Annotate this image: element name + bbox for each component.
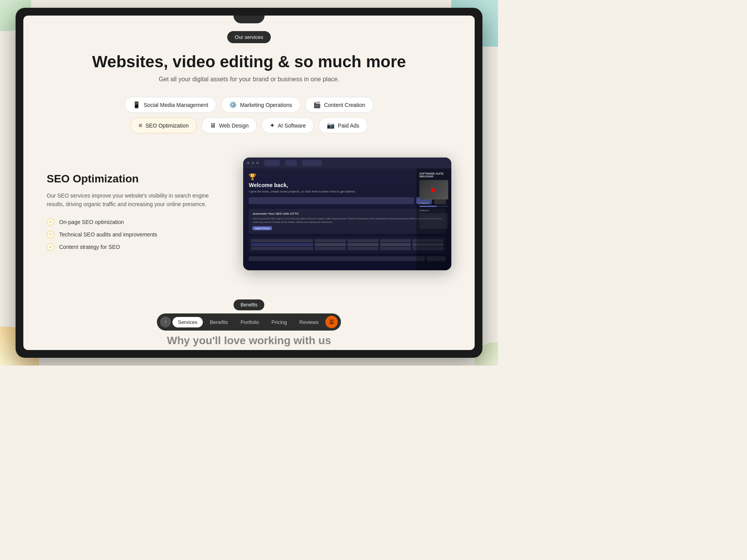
table-cell	[315, 243, 346, 246]
services-badge: Our services	[47, 31, 451, 52]
tab-ai-software[interactable]: ✦ AI Software	[261, 117, 314, 133]
tab-ai-software-label: AI Software	[278, 122, 306, 129]
bottom-nav: ↑ Services Benefits Portfolio Pricing Re…	[157, 313, 341, 331]
dot-3	[256, 162, 259, 164]
progress-fill	[419, 206, 437, 207]
dot-1	[247, 162, 249, 164]
table-cell	[315, 247, 346, 250]
list-icon: ≡	[139, 122, 142, 129]
laptop-frame: Our services Websites, video editing & s…	[16, 8, 482, 358]
url-input	[249, 256, 425, 261]
tab-indicator-3	[302, 160, 322, 166]
top-nav-hint	[233, 16, 265, 23]
main-content-area: Our services Websites, video editing & s…	[23, 16, 475, 146]
table-data-row-1	[251, 243, 444, 246]
sidebar-label-2: Features	[419, 209, 448, 212]
dot-2	[252, 162, 254, 164]
feature-text-3: Content strategy for SEO	[59, 244, 120, 250]
services-badge-label: Our services	[227, 31, 271, 43]
tab-paid-ads-label: Paid Ads	[338, 122, 359, 129]
sidebar-title: SOFTWARE SUITE WALKHAR	[419, 172, 448, 178]
table-cell	[251, 247, 313, 250]
dashboard-search-input	[249, 197, 414, 204]
tab-marketing-ops-label: Marketing Operations	[240, 102, 292, 108]
service-title: SEO Optimization	[47, 173, 220, 185]
table-cell	[380, 243, 411, 246]
bottom-nav-area: Benefits ↑ Services Benefits Portfolio P…	[157, 299, 341, 331]
feature-item-1: ✓ On-page SEO optimization	[47, 218, 220, 226]
nav-link-pricing[interactable]: Pricing	[266, 317, 293, 327]
laptop-screen: Our services Websites, video editing & s…	[23, 16, 475, 350]
tab-seo-label: SEO Optimization	[146, 122, 189, 129]
tab-paid-ads[interactable]: 📷 Paid Ads	[319, 117, 367, 133]
nav-up-button[interactable]: ↑	[160, 317, 171, 327]
service-preview: 🏆 Welcome back, I give the tools, create…	[243, 158, 451, 270]
tab-web-design-label: Web Design	[219, 122, 249, 129]
youtube-thumbnail: ▶	[419, 180, 448, 200]
benefits-badge: Benefits	[233, 299, 264, 310]
page-subtitle: Get all your digital assets for your bra…	[47, 76, 451, 83]
table-cell	[251, 243, 313, 246]
table-cell	[347, 243, 379, 246]
tab-marketing-operations[interactable]: ⚙️ Marketing Operations	[221, 97, 300, 113]
dashboard-sidebar: SOFTWARE SUITE WALKHAR ▶ Progress Featur…	[416, 168, 451, 270]
monitor-icon: 🖥	[210, 122, 216, 129]
tab-social-media[interactable]: 📱 Social Media Management	[124, 97, 216, 113]
nav-link-benefits[interactable]: Benefits	[204, 317, 233, 327]
page-title: Websites, video editing & so much more	[47, 52, 451, 71]
table-cell	[251, 239, 313, 242]
feature-text-2: Technical SEO audits and improvements	[59, 231, 157, 238]
feature-item-3: ✓ Content strategy for SEO	[47, 243, 220, 251]
table-cell	[380, 247, 411, 250]
table-cell	[315, 239, 346, 242]
service-tabs-row-1: 📱 Social Media Management ⚙️ Marketing O…	[47, 97, 451, 113]
service-tabs-row-2: ≡ SEO Optimization 🖥 Web Design ✦ AI Sof…	[47, 117, 451, 133]
nav-link-portfolio[interactable]: Portfolio	[235, 317, 265, 327]
up-arrow-icon: ↑	[164, 319, 167, 325]
phone-icon: 📱	[133, 101, 140, 108]
camera2-icon: 📷	[327, 122, 335, 129]
sidebar-features-block	[419, 213, 448, 229]
dashboard-topbar	[243, 158, 451, 168]
table-cell	[347, 247, 379, 250]
feature-text-1: On-page SEO optimization	[59, 219, 124, 225]
gear-icon: ⚙️	[229, 101, 237, 108]
feature-list: ✓ On-page SEO optimization ✓ Technical S…	[47, 218, 220, 251]
nav-menu-button[interactable]: ☰	[326, 316, 338, 328]
seo-card-text: Add our powerful SEO Agent to your site …	[253, 217, 442, 224]
tab-web-design[interactable]: 🖥 Web Design	[202, 117, 257, 133]
tab-seo-optimization[interactable]: ≡ SEO Optimization	[130, 117, 197, 133]
sidebar-label-1: Progress	[419, 202, 448, 204]
tab-indicator-2	[285, 160, 297, 166]
camera-icon: 🎬	[313, 101, 321, 108]
tab-content-creation[interactable]: 🎬 Content Creation	[305, 97, 374, 113]
table-cell	[380, 239, 411, 242]
check-icon-2: ✓	[47, 231, 54, 238]
tab-content-creation-label: Content Creation	[324, 102, 365, 108]
next-section-text: Why you'll love working with us	[167, 334, 331, 346]
feature-item-2: ✓ Technical SEO audits and improvements	[47, 231, 220, 238]
tab-social-media-label: Social Media Management	[144, 102, 208, 108]
seo-card-title: Automate Your SEO with OTTO	[253, 212, 442, 215]
active-service-section: SEO Optimization Our SEO services improv…	[23, 146, 475, 282]
sparkle-icon: ✦	[270, 122, 275, 129]
dashboard-mockup: 🏆 Welcome back, I give the tools, create…	[243, 158, 451, 270]
check-icon-1: ✓	[47, 218, 54, 226]
youtube-icon: ▶	[431, 186, 437, 194]
service-description: Our SEO services improve your website's …	[47, 191, 220, 209]
nav-link-services[interactable]: Services	[172, 317, 203, 327]
tab-indicator	[264, 160, 280, 166]
hamburger-icon: ☰	[329, 319, 334, 325]
check-icon-3: ✓	[47, 243, 54, 251]
table-data-row-2	[251, 247, 444, 250]
nav-link-reviews[interactable]: Reviews	[294, 317, 324, 327]
table-header-row	[251, 239, 444, 242]
service-description-panel: SEO Optimization Our SEO services improv…	[47, 173, 220, 256]
seo-card-button: Apply Preview	[253, 226, 272, 230]
progress-bar	[419, 206, 448, 207]
table-cell	[347, 239, 379, 242]
next-section-preview: Why you'll love working with us	[23, 334, 475, 347]
